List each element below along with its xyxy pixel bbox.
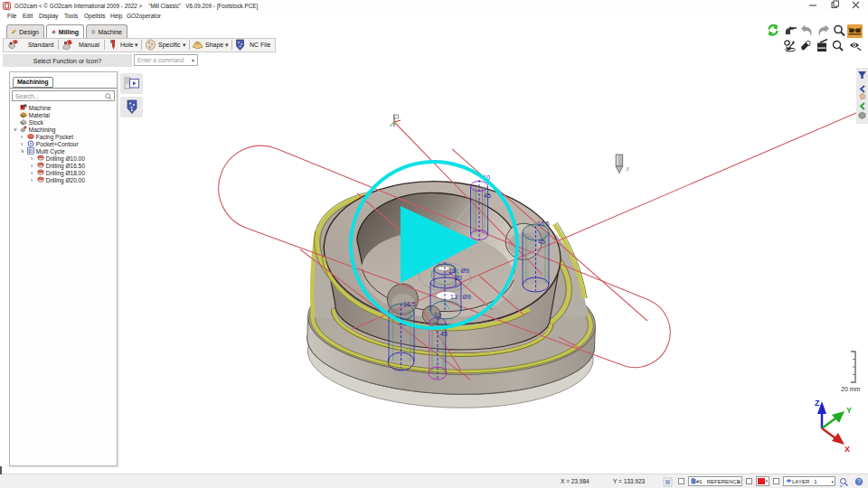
svg-text:45: 45 [538, 239, 545, 245]
svg-text:X: X [844, 445, 850, 454]
svg-text:?: ? [857, 478, 861, 484]
svg-text:13 : Ø9: 13 : Ø9 [450, 294, 471, 300]
svg-text:45: 45 [440, 331, 448, 337]
svg-text:16 : Ø9: 16 : Ø9 [448, 267, 469, 274]
svg-text:20 mm: 20 mm [841, 386, 861, 392]
svg-text:16.5: 16.5 [403, 301, 416, 307]
svg-text:Y: Y [846, 406, 852, 415]
svg-text:.x: .x [625, 165, 630, 172]
svg-text:45: 45 [484, 192, 491, 199]
svg-text:10: 10 [434, 312, 441, 318]
svg-text:Z: Z [815, 399, 820, 408]
svg-text:16.5: 16.5 [537, 221, 550, 227]
